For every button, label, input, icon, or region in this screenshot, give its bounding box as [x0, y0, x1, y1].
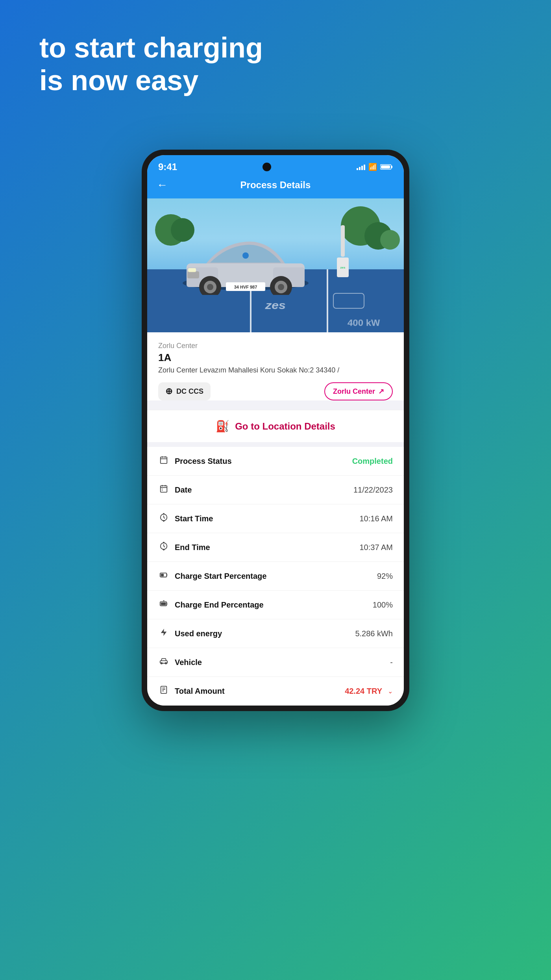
svg-point-12: [278, 284, 284, 290]
connector-row: ⊕ DC CCS Zorlu Center ↗: [158, 382, 393, 400]
vehicle-row: Vehicle -: [147, 648, 404, 677]
charge-start-row: Charge Start Percentage 92%: [147, 562, 404, 591]
connector-icon: ⊕: [165, 386, 172, 396]
location-btn-label: Zorlu Center: [333, 387, 375, 396]
svg-point-36: [163, 542, 164, 543]
app-header: ← Process Details: [147, 176, 404, 198]
goto-location-label: Go to Location Details: [235, 421, 335, 432]
end-time-icon: [158, 542, 169, 553]
navigate-icon: ↗: [378, 387, 384, 396]
car-image-svg: 34 HVF 987: [171, 232, 320, 295]
date-icon: [158, 484, 169, 495]
used-energy-label: Used energy: [175, 629, 222, 638]
hero-text: to start charging is now easy: [39, 31, 263, 97]
start-time-value: 10:16 AM: [359, 514, 393, 523]
status-time: 9:41: [158, 161, 177, 172]
start-time-icon: [158, 513, 169, 524]
svg-point-17: [242, 252, 249, 259]
total-amount-label: Total Amount: [175, 687, 225, 696]
svg-point-37: [163, 549, 164, 550]
location-address: Zorlu Center Levazım Mahallesi Koru Soka…: [158, 366, 393, 374]
date-value: 11/22/2023: [353, 485, 393, 495]
camera-notch: [263, 163, 271, 171]
used-energy-value: 5.286 kWh: [355, 629, 393, 638]
svg-rect-13: [187, 271, 199, 278]
charge-start-value: 92%: [377, 572, 393, 581]
start-time-label: Start Time: [175, 514, 213, 523]
date-row: Date 11/22/2023: [147, 476, 404, 504]
battery-end-icon: [158, 599, 169, 610]
hero-line2: is now easy: [39, 64, 263, 97]
chevron-down-icon[interactable]: ⌄: [388, 687, 393, 695]
svg-rect-45: [161, 602, 166, 605]
end-time-label: End Time: [175, 543, 210, 552]
svg-rect-14: [188, 268, 196, 272]
phone-mockup: 9:41 📶 ←: [142, 150, 409, 711]
total-amount-row: Total Amount 42.24 TRY ⌄: [147, 677, 404, 706]
charge-start-label: Charge Start Percentage: [175, 572, 266, 581]
svg-text:34 HVF 987: 34 HVF 987: [234, 285, 257, 289]
svg-rect-18: [161, 457, 167, 464]
svg-marker-47: [161, 629, 167, 636]
location-id: 1A: [158, 352, 393, 364]
signal-icon: [357, 164, 365, 170]
svg-point-31: [163, 513, 164, 514]
location-info-card: Zorlu Center 1A Zorlu Center Levazım Mah…: [147, 332, 404, 400]
process-status-label: Process Status: [175, 457, 232, 466]
receipt-icon: [158, 685, 169, 697]
svg-point-32: [163, 521, 164, 521]
page-title: Process Details: [240, 180, 311, 191]
end-time-row: End Time 10:37 AM: [147, 533, 404, 562]
svg-rect-41: [161, 574, 164, 576]
battery-start-icon: [158, 571, 169, 582]
phone-screen: 9:41 📶 ←: [147, 155, 404, 706]
connector-type: DC CCS: [176, 387, 203, 396]
lightning-icon: [158, 628, 169, 639]
svg-line-30: [164, 517, 165, 519]
end-time-value: 10:37 AM: [359, 543, 393, 552]
svg-rect-2: [381, 165, 390, 169]
calendar-icon: [158, 456, 169, 467]
battery-icon: [380, 164, 393, 170]
charge-end-row: Charge End Percentage 100%: [147, 591, 404, 619]
charger-station: zes: [337, 225, 349, 277]
total-amount-value: 42.24 TRY: [345, 687, 382, 696]
detail-list: Process Status Completed Date 11/22/2023: [147, 447, 404, 706]
date-label: Date: [175, 485, 192, 495]
status-icons: 📶: [357, 163, 393, 171]
vehicle-value: -: [390, 658, 393, 667]
start-time-row: Start Time 10:16 AM: [147, 504, 404, 533]
charging-station-icon: ⛽: [216, 420, 229, 433]
zorlu-center-button[interactable]: Zorlu Center ↗: [324, 382, 393, 400]
location-name-label: Zorlu Center: [158, 342, 393, 350]
process-status-row: Process Status Completed: [147, 447, 404, 476]
svg-point-9: [207, 284, 213, 290]
vehicle-label: Vehicle: [175, 658, 202, 667]
car-icon: [158, 657, 169, 668]
charge-end-value: 100%: [373, 600, 393, 609]
process-status-value: Completed: [352, 457, 393, 466]
hero-line1: to start charging: [39, 31, 263, 64]
wifi-icon: 📶: [368, 163, 377, 171]
svg-rect-22: [161, 486, 167, 493]
back-button[interactable]: ←: [157, 179, 168, 191]
svg-line-35: [164, 546, 165, 547]
connector-badge: ⊕ DC CCS: [158, 382, 211, 400]
used-energy-row: Used energy 5.286 kWh: [147, 619, 404, 648]
charge-end-label: Charge End Percentage: [175, 600, 264, 609]
location-image: zes 400 kW zes: [147, 198, 404, 332]
goto-location-section[interactable]: ⛽ Go to Location Details: [147, 410, 404, 442]
svg-rect-1: [391, 166, 392, 168]
status-bar: 9:41 📶: [147, 155, 404, 176]
